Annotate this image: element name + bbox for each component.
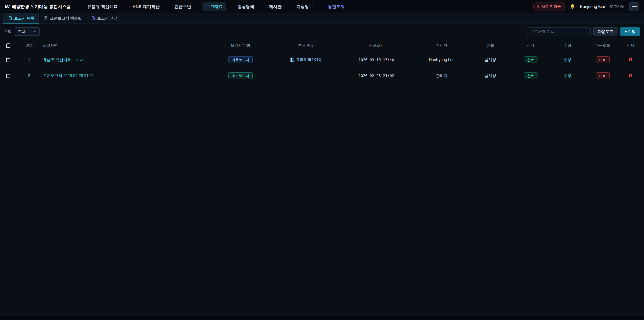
hamburger-menu-button[interactable] — [629, 2, 639, 11]
nav-item-weather-info[interactable]: 기상정보 — [293, 2, 317, 12]
report-search-input[interactable] — [527, 27, 591, 36]
document-create-icon — [91, 16, 95, 20]
nav-item-oil-spill-prediction[interactable]: 유출유 확산예측 — [84, 2, 122, 12]
bottom-bar — [0, 316, 644, 320]
delete-button[interactable] — [628, 57, 633, 62]
report-type-badge: 예측보고서 — [228, 56, 253, 63]
select-all-checkbox[interactable] — [6, 44, 10, 48]
tab-standard-template-label: 표준보고서 템플릿 — [50, 16, 82, 21]
jurisdiction-select-value: 전체 — [18, 29, 26, 34]
created-at: 2026-02-28 21:02 — [340, 68, 413, 84]
author: NanKyung Lee — [413, 52, 470, 68]
analysis-type-cell: - — [272, 68, 340, 84]
jurisdiction: 남해청 — [470, 52, 510, 68]
tab-report-list-label: 보고서 목록 — [14, 16, 34, 21]
document-template-icon — [44, 16, 48, 20]
pdf-download-button[interactable]: PDF — [596, 72, 610, 79]
header-number: 번호 — [18, 39, 41, 52]
edit-link[interactable]: 수정 — [564, 58, 571, 62]
jurisdiction-label: 관할 — [4, 29, 12, 34]
table-row: 2 초기보고서 2026-02-28 21:02 초기보고서 - 2026-02… — [4, 68, 640, 84]
trash-icon — [628, 57, 633, 62]
incident-dot-icon — [537, 6, 539, 8]
nav-item-hns-atmosphere[interactable]: HNS·대기확산 — [129, 2, 163, 12]
notification-bell-button[interactable] — [570, 4, 576, 10]
edit-link[interactable]: 수정 — [564, 74, 571, 78]
row-number: 1 — [18, 52, 41, 68]
tab-create-report[interactable]: 보고서 생성 — [86, 14, 122, 24]
header-report-name: 보고서명 — [41, 39, 209, 52]
logout-button[interactable]: 로그아웃 — [610, 4, 624, 9]
report-name-link[interactable]: 초기보고서 2026-02-28 21:02 — [43, 74, 94, 78]
jurisdiction-select[interactable]: 전체 ▼ — [15, 27, 40, 36]
row-checkbox[interactable] — [6, 74, 10, 78]
header-download: 다운로드 — [584, 39, 621, 52]
nav-item-reports[interactable]: 보고자료 — [202, 2, 226, 12]
topbar-right: 사고 진행중 Eunjeong Kim 로그아웃 — [533, 2, 639, 11]
nav-item-integrated-search[interactable]: 통합조회 — [324, 2, 348, 12]
header-jurisdiction: 관할 — [470, 39, 510, 52]
download-button[interactable]: 다운로드 — [593, 27, 618, 36]
trash-icon — [628, 73, 633, 78]
filter-actions: 다운로드 + 수정 — [527, 27, 640, 36]
nav-item-emergency-rescue[interactable]: 긴급구난 — [171, 2, 195, 12]
report-tabs: 보고서 목록 표준보고서 템플릿 보고서 생성 — [0, 14, 644, 24]
header-author: 작성자 — [413, 39, 470, 52]
delete-button[interactable] — [628, 73, 633, 78]
created-at: 2026-03-10 15:40 — [340, 52, 413, 68]
document-list-icon — [8, 16, 12, 20]
jurisdiction: 남해청 — [470, 68, 510, 84]
table-row: 1 유출유 확산예측 보고서 예측보고서 유출유 확산예측 2026-03-10… — [4, 52, 640, 68]
app-root: W 해양환경 위기대응 통합시스템 유출유 확산예측 HNS·대기확산 긴급구난… — [0, 0, 644, 320]
app-logo[interactable]: W 해양환경 위기대응 통합시스템 — [5, 4, 71, 10]
header-edit: 수정 — [551, 39, 584, 52]
top-navigation-bar: W 해양환경 위기대응 통합시스템 유출유 확산예측 HNS·대기확산 긴급구난… — [0, 0, 644, 14]
report-table: 번호 보고서명 보고서 유형 분석 종류 생성일시 작성자 관할 상태 수정 다… — [4, 39, 640, 84]
nav-item-aerial-search[interactable]: 항공탐색 — [234, 2, 258, 12]
report-name-link[interactable]: 유출유 확산예측 보고서 — [43, 58, 84, 62]
row-checkbox[interactable] — [6, 58, 10, 62]
filter-bar: 관할 전체 ▼ 다운로드 + 수정 — [0, 24, 644, 39]
author: 관리자 — [413, 68, 470, 84]
status-badge: 완료 — [524, 72, 538, 79]
analysis-type-label: 유출유 확산예측 — [296, 57, 322, 62]
header-status: 상태 — [510, 39, 551, 52]
chevron-down-icon: ▼ — [33, 30, 36, 33]
edit-button[interactable]: + 수정 — [620, 27, 640, 36]
analysis-type-cell: 유출유 확산예측 — [290, 57, 322, 62]
tab-create-report-label: 보고서 생성 — [97, 16, 118, 21]
header-created-at: 생성일시 — [340, 39, 413, 52]
tab-standard-template[interactable]: 표준보고서 템플릿 — [39, 14, 86, 24]
pdf-download-button[interactable]: PDF — [596, 56, 610, 63]
header-report-type: 보고서 유형 — [209, 39, 272, 52]
incident-badge-label: 사고 진행중 — [541, 4, 561, 9]
header-delete: 삭제 — [621, 39, 640, 52]
hamburger-icon — [632, 5, 636, 5]
row-number: 2 — [18, 68, 41, 84]
header-analysis-type: 분석 종류 — [272, 39, 340, 52]
table-header-row: 번호 보고서명 보고서 유형 분석 종류 생성일시 작성자 관할 상태 수정 다… — [4, 39, 640, 52]
app-title: 해양환경 위기대응 통합시스템 — [12, 4, 71, 10]
bell-icon — [570, 4, 576, 10]
nav-item-board[interactable]: 게시판 — [265, 2, 285, 12]
main-nav: 유출유 확산예측 HNS·대기확산 긴급구난 보고자료 항공탐색 게시판 기상정… — [84, 2, 348, 12]
tab-report-list[interactable]: 보고서 목록 — [3, 14, 39, 24]
logo-icon: W — [5, 4, 10, 10]
incident-status-badge[interactable]: 사고 진행중 — [533, 2, 565, 11]
report-table-container: 번호 보고서명 보고서 유형 분석 종류 생성일시 작성자 관할 상태 수정 다… — [0, 39, 644, 84]
user-name: Eunjeong Kim — [580, 4, 605, 9]
analysis-thumbnail-icon — [290, 58, 294, 62]
report-type-badge: 초기보고서 — [228, 72, 253, 79]
status-badge: 완료 — [524, 56, 538, 63]
